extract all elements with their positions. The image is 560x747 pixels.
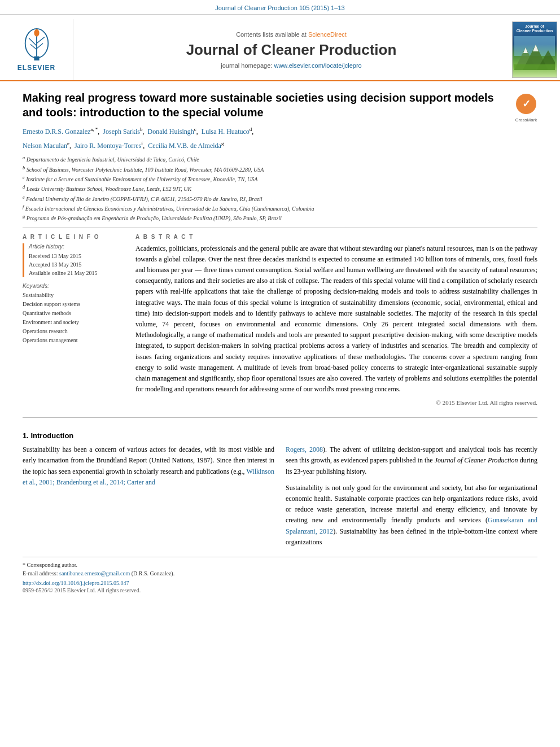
introduction-section: 1. Introduction Sustainability has been … [23, 431, 537, 548]
article-title-section: ✓ CrossMark Making real progress toward … [23, 90, 537, 120]
article-info-abstract-section: A R T I C L E I N F O Article history: R… [23, 234, 537, 407]
email-link[interactable]: santibanez.ernesto@gmail.com [59, 570, 130, 576]
elsevier-logo-area: ELSEVIER [0, 19, 73, 80]
journal-homepage-line: journal homepage: www.elsevier.com/locat… [221, 62, 361, 69]
keywords-label: Keywords: [23, 283, 124, 289]
authors-line-2: Nelson Maculane, Jairo R. Montoya-Torres… [23, 139, 537, 151]
issn-line: 0959-6526/© 2015 Elsevier Ltd. All right… [23, 587, 537, 593]
keyword-dss: Decision support systems [23, 300, 124, 309]
divider-2 [23, 417, 537, 418]
cover-scene-icon [514, 36, 555, 70]
journal-cover-area: Journal ofCleaner Production [509, 19, 560, 80]
affil-a: a Departamento de Ingeniería Industrial,… [23, 155, 537, 164]
affil-g: g Programa de Pós-graduação em Engenhari… [23, 213, 537, 222]
intro-section-title: 1. Introduction [23, 431, 537, 440]
article-title: Making real progress toward more sustain… [23, 90, 537, 120]
article-info-col: A R T I C L E I N F O Article history: R… [23, 234, 124, 407]
page-wrapper: Journal of Cleaner Production 105 (2015)… [0, 0, 560, 605]
affil-b: b School of Business, Worcester Polytech… [23, 165, 537, 174]
copyright-line: © 2015 Elsevier Ltd. All rights reserved… [135, 399, 537, 406]
sciencedirect-link[interactable]: ScienceDirect [308, 31, 347, 38]
keyword-or: Operations research [23, 327, 124, 336]
intro-left-text: Sustainability has been a concern of var… [23, 444, 274, 488]
rogers-link[interactable]: Rogers, 2008 [286, 445, 323, 453]
abstract-col: A B S T R A C T Academics, politicians, … [135, 234, 537, 407]
intro-body-cols: Sustainability has been a concern of var… [23, 444, 537, 548]
elsevier-tree-icon [14, 28, 59, 62]
crossmark-area[interactable]: ✓ CrossMark [515, 93, 537, 123]
journal-title-area: Contents lists available at ScienceDirec… [73, 19, 509, 80]
crossmark-label: CrossMark [515, 117, 537, 123]
journal-citation-link[interactable]: Journal of Cleaner Production 105 (2015)… [215, 5, 344, 11]
affil-f: f Escuela Internacional de Ciencias Econ… [23, 204, 537, 213]
elsevier-label: ELSEVIER [18, 64, 55, 72]
divider-1 [23, 228, 537, 228]
keyword-quant: Quantitative methods [23, 309, 124, 318]
abstract-text: Academics, politicians, professionals an… [135, 243, 537, 395]
author-sarkis[interactable]: Joseph Sarkis [103, 128, 140, 136]
journal-cover-image: Journal ofCleaner Production [512, 21, 557, 78]
article-history-label: Article history: [29, 243, 124, 250]
article-info-header: A R T I C L E I N F O [23, 234, 124, 240]
author-gonzalez[interactable]: Ernesto D.R.S. Gonzalez [23, 128, 90, 136]
journal-homepage-url[interactable]: www.elsevier.com/locate/jclepro [274, 62, 361, 69]
doi-line[interactable]: http://dx.doi.org/10.1016/j.jclepro.2015… [23, 580, 537, 586]
affil-d: d Leeds University Business School, Wood… [23, 184, 537, 193]
article-content: ✓ CrossMark Making real progress toward … [0, 81, 560, 605]
author-almeida[interactable]: Cecilia M.V.B. de Almeida [148, 142, 221, 150]
article-history-box: Article history: Received 13 May 2015 Ac… [23, 243, 124, 277]
keyword-sustainability: Sustainability [23, 291, 124, 300]
intro-right-text-1: Rogers, 2008). The advent of utilizing d… [286, 444, 537, 477]
svg-rect-15 [514, 64, 555, 70]
journal-top-bar: Journal of Cleaner Production 105 (2015)… [0, 0, 560, 15]
affil-c: c Institute for a Secure and Sustainable… [23, 174, 537, 184]
contents-line: Contents lists available at ScienceDirec… [236, 31, 347, 38]
keyword-om: Operations management [23, 336, 124, 345]
author-huatuco[interactable]: Luisa H. Huatuco [202, 128, 250, 136]
intro-left-col: Sustainability has been a concern of var… [23, 444, 274, 548]
author-huisingh[interactable]: Donald Huisingh [147, 128, 194, 136]
svg-point-7 [34, 29, 39, 37]
cover-title-text: Journal ofCleaner Production [517, 24, 553, 34]
affil-e: e Federal University of Rio de Janeiro (… [23, 194, 537, 203]
svg-text:✓: ✓ [522, 98, 531, 110]
affiliations: a Departamento de Ingeniería Industrial,… [23, 155, 537, 222]
corresponding-author-note: * Corresponding author. [23, 561, 537, 569]
wilkinson-link[interactable]: Wilkinson et al., 2001; Brandenburg et a… [23, 468, 274, 486]
authors-line: Ernesto D.R.S. Gonzaleza, *, Joseph Sark… [23, 125, 537, 137]
svg-line-6 [37, 43, 43, 49]
accepted-date: Accepted 13 May 2015 [29, 260, 124, 269]
gunasekaran-link[interactable]: Gunasekaran and Spalanzani, 2012 [286, 516, 537, 535]
author-maculan[interactable]: Nelson Maculan [23, 142, 67, 150]
received-date: Received 13 May 2015 [29, 252, 124, 260]
abstract-header: A B S T R A C T [135, 234, 537, 240]
keyword-env: Environment and society [23, 318, 124, 327]
footnote-area: * Corresponding author. E-mail address: … [23, 557, 537, 593]
keywords-section: Keywords: Sustainability Decision suppor… [23, 283, 124, 345]
email-note: E-mail address: santibanez.ernesto@gmail… [23, 569, 537, 578]
crossmark-icon: ✓ [515, 93, 537, 115]
available-date: Available online 21 May 2015 [29, 269, 124, 277]
journal-header: ELSEVIER Contents lists available at Sci… [0, 15, 560, 81]
intro-right-text-2: Sustainability is not only good for the … [286, 483, 537, 548]
author-montoya[interactable]: Jairo R. Montoya-Torres [75, 142, 141, 150]
svg-line-4 [37, 37, 45, 43]
svg-line-3 [29, 38, 37, 46]
intro-right-col: Rogers, 2008). The advent of utilizing d… [286, 444, 537, 548]
journal-main-title: Journal of Cleaner Production [186, 41, 397, 59]
